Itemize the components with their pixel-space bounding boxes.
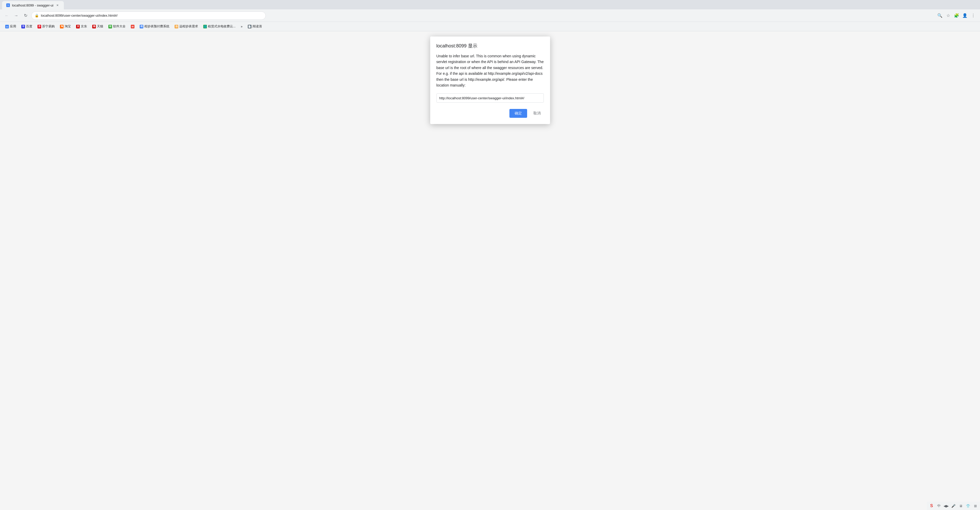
page-content: localhost:8099 显示 Unable to infer base u…: [0, 31, 980, 510]
bookmark-yuancheng-icon: 远: [175, 25, 178, 29]
tray-sougou-icon[interactable]: S: [929, 503, 934, 508]
modal-overlay: localhost:8099 显示 Unable to infer base u…: [0, 31, 980, 510]
modal-buttons: 确定 取消: [436, 109, 544, 118]
modal-title: localhost:8099 显示: [436, 43, 544, 49]
bookmark-tianmao[interactable]: 猫 天猫: [90, 23, 105, 30]
reload-button[interactable]: ↻: [22, 12, 29, 19]
bookmark-chengdu-icon: 程: [140, 25, 143, 29]
bookmark-baidu-icon: 百: [21, 25, 25, 29]
bookmark-yuancheng-label: 远程抄表需求: [179, 24, 198, 29]
bookmarks-bar: ⚏ 应用 百 百度 苏 苏宁易购 淘 淘宝 京 京东 猫 天猫 软 软件大全 M: [0, 22, 980, 31]
system-tray: S 中 ◀▶ 🎤 🖥 👕 ⊞: [927, 502, 980, 510]
active-tab[interactable]: S localhost:8099 - swagger-ui ✕: [2, 1, 64, 10]
bookmark-suning[interactable]: 苏 苏宁易购: [35, 23, 57, 30]
address-url-text: localhost:8099/user-center/swagger-ui/in…: [41, 14, 262, 18]
bookmark-suning-label: 苏宁易购: [42, 24, 55, 29]
search-button[interactable]: 🔍: [936, 12, 943, 19]
bookmark-taobao-label: 淘宝: [65, 24, 71, 29]
tray-mic-icon[interactable]: 🎤: [951, 503, 956, 508]
address-bar-row: ← → ↻ 🔒 localhost:8099/user-center/swagg…: [0, 10, 980, 22]
bookmark-apps[interactable]: ⚏ 应用: [3, 23, 18, 30]
browser-frame: S localhost:8099 - swagger-ui ✕ ← → ↻ 🔒 …: [0, 0, 980, 510]
bookmark-reading-icon: 📄: [248, 25, 251, 29]
bookmark-jd[interactable]: 京 京东: [74, 23, 89, 30]
bookmark-gmail[interactable]: M: [129, 24, 137, 29]
tray-audio-icon[interactable]: ◀▶: [943, 503, 949, 508]
tab-close-button[interactable]: ✕: [56, 3, 60, 7]
menu-button[interactable]: ⋮: [970, 12, 977, 19]
forward-button[interactable]: →: [13, 12, 20, 19]
bookmark-more-label: »: [241, 25, 243, 29]
bookmark-taobao[interactable]: 淘 淘宝: [58, 23, 73, 30]
cancel-button[interactable]: 取消: [530, 109, 544, 118]
tab-title: localhost:8099 - swagger-ui: [12, 3, 53, 7]
bookmark-baidu[interactable]: 百 百度: [19, 23, 34, 30]
tray-grid-icon[interactable]: ⊞: [973, 503, 978, 508]
confirm-button[interactable]: 确定: [509, 109, 527, 118]
bookmark-ruanjian-label: 软件大全: [113, 24, 126, 29]
bookmark-tianmao-label: 天猫: [97, 24, 103, 29]
tray-screen-icon[interactable]: 🖥: [958, 503, 963, 508]
tab-bar: S localhost:8099 - swagger-ui ✕: [0, 0, 980, 10]
tray-shirt-icon[interactable]: 👕: [966, 503, 970, 508]
toolbar-right: 🔍 ☆ 🧩 👤 ⋮: [936, 12, 977, 19]
bookmark-tianmao-icon: 猫: [92, 25, 96, 29]
modal-dialog: localhost:8099 显示 Unable to infer base u…: [430, 37, 550, 124]
address-bar[interactable]: 🔒 localhost:8099/user-center/swagger-ui/…: [31, 11, 266, 20]
bookmark-ruanjian[interactable]: 软 软件大全: [106, 23, 128, 30]
bookmark-zulian-label: 租赁式水电收费云...: [208, 24, 235, 29]
bookmark-reading-label: 阅读清: [253, 24, 262, 29]
bookmark-jd-icon: 京: [76, 25, 80, 29]
bookmark-apps-label: 应用: [10, 24, 16, 29]
bookmark-baidu-label: 百度: [26, 24, 32, 29]
bookmark-reading[interactable]: 📄 阅读清: [246, 23, 264, 30]
bookmark-ruanjian-icon: 软: [108, 25, 112, 29]
profile-button[interactable]: 👤: [961, 12, 969, 19]
modal-body: Unable to infer base url. This is common…: [436, 53, 544, 88]
bookmark-suning-icon: 苏: [38, 25, 41, 29]
extensions-button[interactable]: 🧩: [953, 12, 960, 19]
bookmark-zulian-icon: 🌐: [203, 25, 207, 29]
bookmark-more[interactable]: »: [239, 24, 245, 29]
bookmark-gmail-icon: M: [131, 25, 134, 29]
tray-input-icon[interactable]: 中: [936, 503, 942, 508]
bookmark-yuancheng[interactable]: 远 远程抄表需求: [172, 23, 200, 30]
lock-icon: 🔒: [35, 14, 39, 18]
bookmark-chengdu[interactable]: 程 程抄表预付费系统: [138, 23, 172, 30]
back-button[interactable]: ←: [3, 12, 10, 19]
tab-favicon: S: [6, 3, 10, 7]
bookmark-chengdu-label: 程抄表预付费系统: [144, 24, 169, 29]
bookmark-zulian[interactable]: 🌐 租赁式水电收费云...: [201, 23, 238, 30]
bookmark-jd-label: 京东: [81, 24, 87, 29]
bookmark-apps-icon: ⚏: [5, 25, 9, 29]
bookmark-button[interactable]: ☆: [945, 12, 952, 19]
modal-url-input[interactable]: [436, 93, 544, 103]
bookmark-taobao-icon: 淘: [60, 25, 64, 29]
